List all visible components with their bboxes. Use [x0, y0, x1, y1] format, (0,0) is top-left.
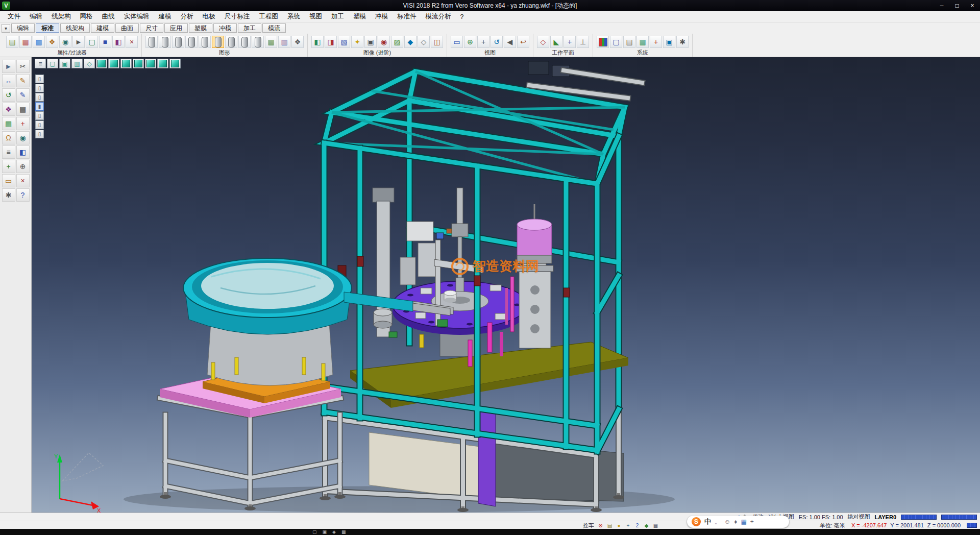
color-palette-icon[interactable]	[597, 36, 609, 48]
tab[interactable]: 编辑	[11, 23, 35, 33]
mini-tool-icon[interactable]: ▯	[35, 120, 44, 129]
wireframe-view-icon[interactable]: ▢	[47, 59, 58, 68]
mini-tool-icon[interactable]: ▯	[35, 93, 44, 102]
menu-item[interactable]: 尺寸标注	[220, 11, 255, 22]
tab[interactable]: 塑膜	[189, 23, 212, 33]
workplane-xy-icon[interactable]: ◇	[537, 36, 549, 48]
top-view-icon[interactable]	[120, 59, 132, 68]
ime-keyboard-icon[interactable]: ▦	[741, 518, 746, 525]
calculator-icon[interactable]: ▤	[623, 36, 635, 48]
tab[interactable]: 加工	[238, 23, 261, 33]
mini-tool-icon[interactable]: ▯	[35, 84, 44, 92]
filter-layer-icon[interactable]: ▥	[33, 36, 45, 48]
filter-clear-icon[interactable]: ×	[126, 36, 138, 48]
capture-icon[interactable]: ▣	[663, 36, 675, 48]
sheet-icon[interactable]: ▤	[16, 103, 30, 116]
menu-item[interactable]: 分析	[176, 11, 198, 22]
document-icon[interactable]: ▤	[606, 522, 614, 529]
shield-icon[interactable]: ◆	[643, 522, 650, 529]
minimize-button[interactable]: –	[934, 0, 949, 11]
material-icon[interactable]: ◆	[404, 36, 416, 48]
mixed-mode-icon[interactable]: ❖	[291, 36, 304, 48]
rotate-icon[interactable]: ↺	[2, 88, 15, 102]
modify-pencil-icon[interactable]: ✎	[16, 88, 30, 102]
render-image-icon[interactable]: ◨	[325, 36, 337, 48]
texture-icon[interactable]: ▧	[338, 36, 350, 48]
scissors-trim-icon[interactable]: ✂	[16, 60, 30, 73]
ime-punct-icon[interactable]: 。	[715, 518, 721, 526]
dimension-icon[interactable]: ↔	[2, 74, 15, 87]
tab[interactable]: 模流	[262, 23, 286, 33]
solid-cube-icon[interactable]: ◧	[16, 145, 30, 159]
mini-tool-active-icon[interactable]: ▮	[35, 102, 44, 111]
graphics-state-icon[interactable]	[172, 36, 184, 48]
graphics-state-active-icon[interactable]	[212, 36, 224, 48]
tab[interactable]: 应用	[164, 23, 188, 33]
back-view-icon[interactable]	[157, 59, 168, 68]
properties-icon[interactable]: ▤	[6, 36, 18, 48]
lighting-icon[interactable]: ✦	[351, 36, 363, 48]
purple-door-bar[interactable]	[478, 408, 496, 506]
coordinates-icon[interactable]: +	[650, 36, 662, 48]
taskbar-icon[interactable]: ▣	[323, 530, 327, 534]
graphics-state-icon[interactable]	[238, 36, 251, 48]
taskbar-icon[interactable]: ▦	[341, 530, 346, 534]
menu-item[interactable]: 系统	[283, 11, 305, 22]
filter-type-icon[interactable]: ❖	[46, 36, 58, 48]
workplane-normal-icon[interactable]: ⊥	[577, 36, 589, 48]
graphics-state-icon[interactable]	[252, 36, 264, 48]
delete-icon[interactable]: ×	[16, 174, 30, 187]
filter-color-icon[interactable]: ▦	[19, 36, 32, 48]
tab[interactable]: 尺寸	[140, 23, 163, 33]
menu-item[interactable]: 视图	[305, 11, 327, 22]
menu-item[interactable]: 冲模	[371, 11, 393, 22]
shade-mode-icon[interactable]: ▦	[265, 36, 277, 48]
iso-view-icon[interactable]	[96, 59, 107, 68]
pin-icon[interactable]: +	[624, 522, 632, 529]
graphics-state-icon[interactable]	[199, 36, 211, 48]
menu-item[interactable]: 网格	[76, 11, 97, 22]
eye-visibility-icon[interactable]: ◉	[16, 131, 30, 144]
mini-tool-icon[interactable]: ▯	[35, 111, 44, 120]
menu-item[interactable]: 加工	[327, 11, 349, 22]
previous-view-icon[interactable]: ◀	[504, 36, 516, 48]
restore-button[interactable]: □	[949, 0, 965, 11]
ruler-icon[interactable]: ▭	[2, 174, 15, 187]
background-icon[interactable]: ▨	[391, 36, 403, 48]
menu-item[interactable]: 模流分析	[421, 11, 456, 22]
tab[interactable]: 标准	[36, 23, 59, 33]
system-options-icon[interactable]: ✱	[676, 36, 689, 48]
ime-emoji-icon[interactable]: ☺	[724, 518, 730, 525]
menu-item[interactable]: ?	[456, 12, 469, 22]
tab[interactable]: 曲面	[115, 23, 139, 33]
grid-settings-icon[interactable]: ▦	[636, 36, 649, 48]
menu-item[interactable]: 电极	[198, 11, 220, 22]
grid-icon[interactable]: ▦	[2, 117, 15, 130]
tab[interactable]: 冲模	[213, 23, 237, 33]
magnet-snap-icon[interactable]: Ω	[2, 131, 15, 144]
ime-language-toggle[interactable]: 中	[704, 517, 711, 526]
close-red-icon[interactable]: ⊗	[597, 522, 604, 529]
pan-icon[interactable]: +	[477, 36, 489, 48]
count-2-badge[interactable]: 2	[633, 522, 641, 529]
close-button[interactable]: ×	[965, 0, 980, 11]
lock-icon[interactable]: ●	[615, 522, 623, 529]
shaded-image-icon[interactable]: ◧	[311, 36, 324, 48]
help-icon[interactable]: ?	[16, 188, 30, 202]
camera-icon[interactable]: ▣	[364, 36, 377, 48]
menu-item[interactable]: 塑模	[349, 11, 371, 22]
view-list-icon[interactable]: ≡	[35, 59, 46, 68]
graphics-state-icon[interactable]	[185, 36, 198, 48]
tab[interactable]: 建模	[91, 23, 114, 33]
station-tower[interactable]	[505, 265, 553, 348]
select-all-icon[interactable]: ►	[72, 36, 85, 48]
palette-icon[interactable]: ❖	[2, 103, 15, 116]
tab-dropdown-button[interactable]: ▾	[2, 24, 10, 33]
workplane-face-icon[interactable]: ◣	[550, 36, 562, 48]
transparency-icon[interactable]: ◇	[418, 36, 430, 48]
settings-gear-icon[interactable]: ✱	[2, 188, 15, 202]
front-view-icon[interactable]	[108, 59, 119, 68]
wire-mode-icon[interactable]: ▥	[278, 36, 290, 48]
visibility-icon[interactable]: ◉	[59, 36, 71, 48]
refresh-view-icon[interactable]: ↩	[517, 36, 529, 48]
